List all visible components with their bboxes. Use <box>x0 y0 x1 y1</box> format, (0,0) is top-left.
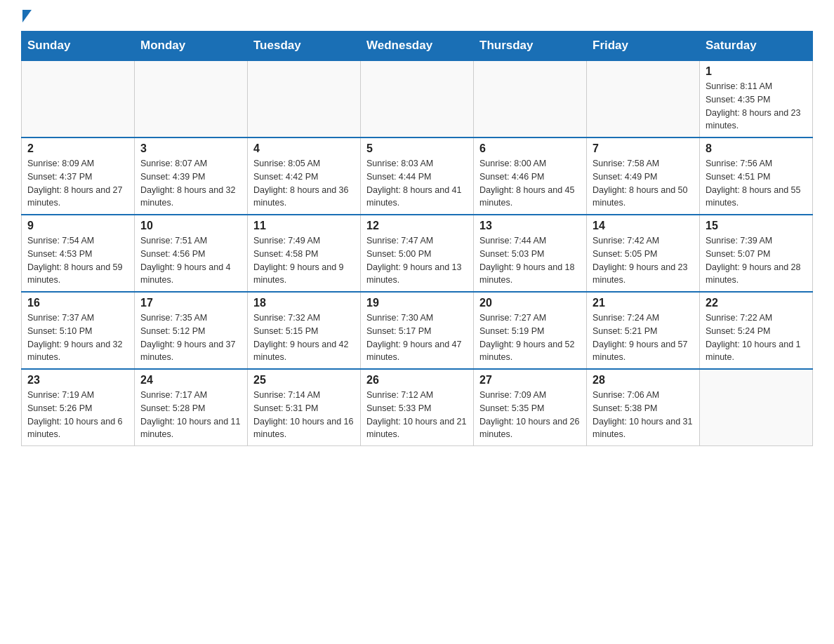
day-info: Sunrise: 7:14 AM Sunset: 5:31 PM Dayligh… <box>253 389 355 441</box>
calendar-cell: 12Sunrise: 7:47 AM Sunset: 5:00 PM Dayli… <box>361 215 474 292</box>
day-number: 12 <box>366 220 468 232</box>
calendar-cell: 24Sunrise: 7:17 AM Sunset: 5:28 PM Dayli… <box>135 369 248 446</box>
day-number: 3 <box>140 142 241 155</box>
day-info: Sunrise: 7:42 AM Sunset: 5:05 PM Dayligh… <box>593 234 694 287</box>
calendar-cell: 28Sunrise: 7:06 AM Sunset: 5:38 PM Dayli… <box>587 369 700 446</box>
day-number: 10 <box>140 220 241 232</box>
calendar-week-row: 2Sunrise: 8:09 AM Sunset: 4:37 PM Daylig… <box>22 137 813 215</box>
day-number: 22 <box>706 297 807 309</box>
calendar-cell: 25Sunrise: 7:14 AM Sunset: 5:31 PM Dayli… <box>248 369 361 446</box>
day-number: 24 <box>140 374 241 387</box>
day-info: Sunrise: 8:07 AM Sunset: 4:39 PM Dayligh… <box>140 157 241 210</box>
day-info: Sunrise: 8:03 AM Sunset: 4:44 PM Dayligh… <box>366 157 468 210</box>
day-info: Sunrise: 7:39 AM Sunset: 5:07 PM Dayligh… <box>706 234 807 287</box>
calendar-cell: 2Sunrise: 8:09 AM Sunset: 4:37 PM Daylig… <box>22 137 135 215</box>
calendar-week-row: 23Sunrise: 7:19 AM Sunset: 5:26 PM Dayli… <box>22 369 813 446</box>
logo-arrow-icon <box>22 10 32 22</box>
calendar-cell <box>587 60 700 137</box>
day-number: 14 <box>593 220 694 232</box>
day-of-week-header: Saturday <box>700 32 813 61</box>
day-info: Sunrise: 7:54 AM Sunset: 4:53 PM Dayligh… <box>27 234 128 287</box>
calendar-cell: 3Sunrise: 8:07 AM Sunset: 4:39 PM Daylig… <box>135 137 248 215</box>
day-of-week-header: Tuesday <box>248 32 361 61</box>
calendar-cell: 18Sunrise: 7:32 AM Sunset: 5:15 PM Dayli… <box>248 292 361 369</box>
calendar-cell: 4Sunrise: 8:05 AM Sunset: 4:42 PM Daylig… <box>248 137 361 215</box>
calendar-cell: 16Sunrise: 7:37 AM Sunset: 5:10 PM Dayli… <box>22 292 135 369</box>
day-number: 9 <box>27 220 128 232</box>
day-info: Sunrise: 7:06 AM Sunset: 5:38 PM Dayligh… <box>593 389 694 441</box>
day-info: Sunrise: 7:56 AM Sunset: 4:51 PM Dayligh… <box>706 157 807 210</box>
calendar-cell: 15Sunrise: 7:39 AM Sunset: 5:07 PM Dayli… <box>700 215 813 292</box>
calendar-cell <box>22 60 135 137</box>
day-info: Sunrise: 7:44 AM Sunset: 5:03 PM Dayligh… <box>479 234 581 287</box>
day-number: 6 <box>479 142 581 155</box>
day-number: 18 <box>253 297 355 309</box>
day-number: 13 <box>479 220 581 232</box>
day-info: Sunrise: 7:32 AM Sunset: 5:15 PM Dayligh… <box>253 311 355 364</box>
day-of-week-header: Sunday <box>22 32 135 61</box>
calendar-header-row: SundayMondayTuesdayWednesdayThursdayFrid… <box>22 32 813 61</box>
calendar-cell: 9Sunrise: 7:54 AM Sunset: 4:53 PM Daylig… <box>22 215 135 292</box>
day-number: 16 <box>27 297 128 309</box>
calendar-week-row: 1Sunrise: 8:11 AM Sunset: 4:35 PM Daylig… <box>22 60 813 137</box>
calendar-cell: 11Sunrise: 7:49 AM Sunset: 4:58 PM Dayli… <box>248 215 361 292</box>
calendar-cell: 22Sunrise: 7:22 AM Sunset: 5:24 PM Dayli… <box>700 292 813 369</box>
day-number: 5 <box>366 142 468 155</box>
calendar-cell: 19Sunrise: 7:30 AM Sunset: 5:17 PM Dayli… <box>361 292 474 369</box>
day-info: Sunrise: 7:51 AM Sunset: 4:56 PM Dayligh… <box>140 234 241 287</box>
day-number: 11 <box>253 220 355 232</box>
day-number: 1 <box>706 65 807 78</box>
day-info: Sunrise: 7:09 AM Sunset: 5:35 PM Dayligh… <box>479 389 581 441</box>
day-info: Sunrise: 7:47 AM Sunset: 5:00 PM Dayligh… <box>366 234 468 287</box>
calendar-cell: 26Sunrise: 7:12 AM Sunset: 5:33 PM Dayli… <box>361 369 474 446</box>
calendar-week-row: 16Sunrise: 7:37 AM Sunset: 5:10 PM Dayli… <box>22 292 813 369</box>
calendar-cell: 27Sunrise: 7:09 AM Sunset: 5:35 PM Dayli… <box>474 369 587 446</box>
calendar-cell <box>135 60 248 137</box>
day-number: 26 <box>366 374 468 387</box>
calendar-cell: 13Sunrise: 7:44 AM Sunset: 5:03 PM Dayli… <box>474 215 587 292</box>
day-of-week-header: Friday <box>587 32 700 61</box>
day-info: Sunrise: 7:19 AM Sunset: 5:26 PM Dayligh… <box>27 389 128 441</box>
day-number: 21 <box>593 297 694 309</box>
day-number: 20 <box>479 297 581 309</box>
day-info: Sunrise: 8:11 AM Sunset: 4:35 PM Dayligh… <box>706 80 807 133</box>
calendar-cell: 1Sunrise: 8:11 AM Sunset: 4:35 PM Daylig… <box>700 60 813 137</box>
day-info: Sunrise: 7:58 AM Sunset: 4:49 PM Dayligh… <box>593 157 694 210</box>
day-info: Sunrise: 7:24 AM Sunset: 5:21 PM Dayligh… <box>593 311 694 364</box>
calendar-cell: 10Sunrise: 7:51 AM Sunset: 4:56 PM Dayli… <box>135 215 248 292</box>
day-number: 17 <box>140 297 241 309</box>
day-number: 2 <box>27 142 128 155</box>
calendar-cell: 14Sunrise: 7:42 AM Sunset: 5:05 PM Dayli… <box>587 215 700 292</box>
day-info: Sunrise: 7:27 AM Sunset: 5:19 PM Dayligh… <box>479 311 581 364</box>
day-number: 25 <box>253 374 355 387</box>
day-number: 19 <box>366 297 468 309</box>
calendar-cell <box>361 60 474 137</box>
day-of-week-header: Monday <box>135 32 248 61</box>
day-info: Sunrise: 8:00 AM Sunset: 4:46 PM Dayligh… <box>479 157 581 210</box>
day-info: Sunrise: 7:30 AM Sunset: 5:17 PM Dayligh… <box>366 311 468 364</box>
day-info: Sunrise: 7:49 AM Sunset: 4:58 PM Dayligh… <box>253 234 355 287</box>
calendar-cell <box>700 369 813 446</box>
calendar-cell: 7Sunrise: 7:58 AM Sunset: 4:49 PM Daylig… <box>587 137 700 215</box>
logo <box>21 14 32 24</box>
page-header <box>21 14 813 24</box>
calendar-cell: 8Sunrise: 7:56 AM Sunset: 4:51 PM Daylig… <box>700 137 813 215</box>
day-of-week-header: Thursday <box>474 32 587 61</box>
calendar-table: SundayMondayTuesdayWednesdayThursdayFrid… <box>21 31 813 446</box>
day-number: 8 <box>706 142 807 155</box>
calendar-cell: 5Sunrise: 8:03 AM Sunset: 4:44 PM Daylig… <box>361 137 474 215</box>
calendar-cell: 23Sunrise: 7:19 AM Sunset: 5:26 PM Dayli… <box>22 369 135 446</box>
day-number: 7 <box>593 142 694 155</box>
day-number: 23 <box>27 374 128 387</box>
day-info: Sunrise: 7:22 AM Sunset: 5:24 PM Dayligh… <box>706 311 807 364</box>
day-info: Sunrise: 7:37 AM Sunset: 5:10 PM Dayligh… <box>27 311 128 364</box>
day-info: Sunrise: 8:09 AM Sunset: 4:37 PM Dayligh… <box>27 157 128 210</box>
day-info: Sunrise: 7:35 AM Sunset: 5:12 PM Dayligh… <box>140 311 241 364</box>
calendar-cell <box>248 60 361 137</box>
calendar-cell: 20Sunrise: 7:27 AM Sunset: 5:19 PM Dayli… <box>474 292 587 369</box>
day-number: 27 <box>479 374 581 387</box>
calendar-cell: 21Sunrise: 7:24 AM Sunset: 5:21 PM Dayli… <box>587 292 700 369</box>
day-info: Sunrise: 7:12 AM Sunset: 5:33 PM Dayligh… <box>366 389 468 441</box>
calendar-cell: 6Sunrise: 8:00 AM Sunset: 4:46 PM Daylig… <box>474 137 587 215</box>
day-info: Sunrise: 7:17 AM Sunset: 5:28 PM Dayligh… <box>140 389 241 441</box>
